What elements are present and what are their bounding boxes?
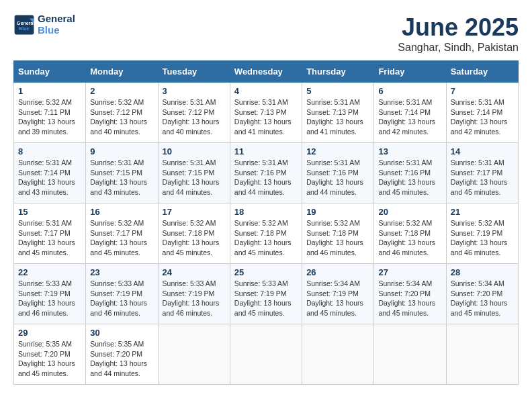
title-area: June 2025 Sanghar, Sindh, Pakistan	[398, 13, 519, 54]
day-number: 13	[378, 146, 441, 156]
month-title: June 2025	[398, 13, 519, 42]
day-info: Sunrise: 5:31 AM Sunset: 7:13 PM Dayligh…	[234, 97, 298, 137]
day-info: Sunrise: 5:32 AM Sunset: 7:11 PM Dayligh…	[18, 97, 81, 137]
day-number: 30	[90, 328, 153, 338]
header-monday: Monday	[86, 61, 158, 83]
table-row: 9 Sunrise: 5:31 AM Sunset: 7:15 PM Dayli…	[86, 143, 158, 203]
day-number: 12	[306, 146, 369, 156]
day-info: Sunrise: 5:31 AM Sunset: 7:14 PM Dayligh…	[451, 97, 514, 137]
table-row: 18 Sunrise: 5:32 AM Sunset: 7:18 PM Dayl…	[230, 203, 302, 264]
day-info: Sunrise: 5:32 AM Sunset: 7:17 PM Dayligh…	[90, 218, 153, 258]
table-row: 19 Sunrise: 5:32 AM Sunset: 7:18 PM Dayl…	[302, 203, 374, 264]
day-number: 4	[234, 86, 298, 96]
calendar-table: Sunday Monday Tuesday Wednesday Thursday…	[13, 60, 519, 385]
day-number: 15	[18, 207, 81, 217]
day-info: Sunrise: 5:32 AM Sunset: 7:18 PM Dayligh…	[378, 218, 441, 258]
day-number: 5	[306, 86, 369, 96]
table-row: 25 Sunrise: 5:33 AM Sunset: 7:19 PM Dayl…	[230, 264, 302, 324]
header-friday: Friday	[374, 61, 446, 83]
table-row: 8 Sunrise: 5:31 AM Sunset: 7:14 PM Dayli…	[14, 143, 86, 203]
day-number: 7	[451, 86, 514, 96]
day-number: 2	[90, 86, 153, 96]
header-thursday: Thursday	[302, 61, 374, 83]
day-number: 27	[378, 267, 441, 277]
day-info: Sunrise: 5:35 AM Sunset: 7:20 PM Dayligh…	[90, 339, 153, 379]
day-info: Sunrise: 5:31 AM Sunset: 7:17 PM Dayligh…	[451, 158, 514, 197]
day-info: Sunrise: 5:34 AM Sunset: 7:20 PM Dayligh…	[378, 279, 441, 318]
table-row: 4 Sunrise: 5:31 AM Sunset: 7:13 PM Dayli…	[230, 83, 302, 143]
day-info: Sunrise: 5:31 AM Sunset: 7:16 PM Dayligh…	[378, 158, 441, 197]
table-row: 3 Sunrise: 5:31 AM Sunset: 7:12 PM Dayli…	[158, 83, 230, 143]
day-info: Sunrise: 5:33 AM Sunset: 7:19 PM Dayligh…	[18, 279, 81, 318]
table-row: 15 Sunrise: 5:31 AM Sunset: 7:17 PM Dayl…	[14, 203, 86, 264]
day-number: 11	[234, 146, 298, 156]
calendar-header: Sunday Monday Tuesday Wednesday Thursday…	[14, 61, 519, 83]
header-saturday: Saturday	[446, 61, 518, 83]
table-row: 28 Sunrise: 5:34 AM Sunset: 7:20 PM Dayl…	[446, 264, 518, 324]
table-row: 21 Sunrise: 5:32 AM Sunset: 7:19 PM Dayl…	[446, 203, 518, 264]
table-row: 23 Sunrise: 5:33 AM Sunset: 7:19 PM Dayl…	[86, 264, 158, 324]
table-row	[230, 324, 302, 385]
table-row: 17 Sunrise: 5:32 AM Sunset: 7:18 PM Dayl…	[158, 203, 230, 264]
table-row: 26 Sunrise: 5:34 AM Sunset: 7:19 PM Dayl…	[302, 264, 374, 324]
table-row: 22 Sunrise: 5:33 AM Sunset: 7:19 PM Dayl…	[14, 264, 86, 324]
day-number: 26	[306, 267, 369, 277]
day-number: 23	[90, 267, 153, 277]
day-number: 14	[451, 146, 514, 156]
day-number: 28	[451, 267, 514, 277]
header: General Blue General Blue June 2025 Sang…	[13, 13, 519, 54]
table-row: 11 Sunrise: 5:31 AM Sunset: 7:16 PM Dayl…	[230, 143, 302, 203]
header-tuesday: Tuesday	[158, 61, 230, 83]
day-info: Sunrise: 5:31 AM Sunset: 7:15 PM Dayligh…	[163, 158, 226, 197]
day-info: Sunrise: 5:33 AM Sunset: 7:19 PM Dayligh…	[234, 279, 298, 318]
day-info: Sunrise: 5:31 AM Sunset: 7:12 PM Dayligh…	[163, 97, 226, 137]
day-info: Sunrise: 5:32 AM Sunset: 7:19 PM Dayligh…	[451, 218, 514, 258]
day-info: Sunrise: 5:32 AM Sunset: 7:12 PM Dayligh…	[90, 97, 153, 137]
day-number: 18	[234, 207, 298, 217]
day-info: Sunrise: 5:31 AM Sunset: 7:16 PM Dayligh…	[234, 158, 298, 197]
table-row	[158, 324, 230, 385]
table-row	[446, 324, 518, 385]
svg-text:Blue: Blue	[19, 26, 30, 32]
day-info: Sunrise: 5:31 AM Sunset: 7:14 PM Dayligh…	[378, 97, 441, 137]
location: Sanghar, Sindh, Pakistan	[398, 42, 519, 54]
day-number: 29	[18, 328, 81, 338]
day-info: Sunrise: 5:31 AM Sunset: 7:14 PM Dayligh…	[18, 158, 81, 197]
day-info: Sunrise: 5:34 AM Sunset: 7:20 PM Dayligh…	[451, 279, 514, 318]
header-sunday: Sunday	[14, 61, 86, 83]
day-info: Sunrise: 5:32 AM Sunset: 7:18 PM Dayligh…	[234, 218, 298, 258]
day-number: 3	[163, 86, 226, 96]
table-row: 16 Sunrise: 5:32 AM Sunset: 7:17 PM Dayl…	[86, 203, 158, 264]
table-row: 14 Sunrise: 5:31 AM Sunset: 7:17 PM Dayl…	[446, 143, 518, 203]
table-row: 13 Sunrise: 5:31 AM Sunset: 7:16 PM Dayl…	[374, 143, 446, 203]
table-row: 5 Sunrise: 5:31 AM Sunset: 7:13 PM Dayli…	[302, 83, 374, 143]
table-row: 30 Sunrise: 5:35 AM Sunset: 7:20 PM Dayl…	[86, 324, 158, 385]
day-number: 22	[18, 267, 81, 277]
table-row: 20 Sunrise: 5:32 AM Sunset: 7:18 PM Dayl…	[374, 203, 446, 264]
table-row: 10 Sunrise: 5:31 AM Sunset: 7:15 PM Dayl…	[158, 143, 230, 203]
day-info: Sunrise: 5:32 AM Sunset: 7:18 PM Dayligh…	[163, 218, 226, 258]
day-info: Sunrise: 5:31 AM Sunset: 7:17 PM Dayligh…	[18, 218, 81, 258]
day-number: 10	[163, 146, 226, 156]
table-row: 24 Sunrise: 5:33 AM Sunset: 7:19 PM Dayl…	[158, 264, 230, 324]
table-row: 2 Sunrise: 5:32 AM Sunset: 7:12 PM Dayli…	[86, 83, 158, 143]
calendar-body: 1 Sunrise: 5:32 AM Sunset: 7:11 PM Dayli…	[14, 83, 519, 385]
day-number: 9	[90, 146, 153, 156]
table-row: 1 Sunrise: 5:32 AM Sunset: 7:11 PM Dayli…	[14, 83, 86, 143]
day-number: 6	[378, 86, 441, 96]
day-number: 21	[451, 207, 514, 217]
day-number: 25	[234, 267, 298, 277]
logo: General Blue General Blue	[13, 13, 75, 36]
day-info: Sunrise: 5:34 AM Sunset: 7:19 PM Dayligh…	[306, 279, 369, 318]
day-info: Sunrise: 5:31 AM Sunset: 7:16 PM Dayligh…	[306, 158, 369, 197]
day-info: Sunrise: 5:31 AM Sunset: 7:13 PM Dayligh…	[306, 97, 369, 137]
table-row: 6 Sunrise: 5:31 AM Sunset: 7:14 PM Dayli…	[374, 83, 446, 143]
logo-text-line2: Blue	[38, 25, 75, 36]
table-row: 7 Sunrise: 5:31 AM Sunset: 7:14 PM Dayli…	[446, 83, 518, 143]
day-number: 17	[163, 207, 226, 217]
header-wednesday: Wednesday	[230, 61, 302, 83]
day-info: Sunrise: 5:32 AM Sunset: 7:18 PM Dayligh…	[306, 218, 369, 258]
day-number: 16	[90, 207, 153, 217]
table-row	[374, 324, 446, 385]
day-info: Sunrise: 5:35 AM Sunset: 7:20 PM Dayligh…	[18, 339, 81, 379]
